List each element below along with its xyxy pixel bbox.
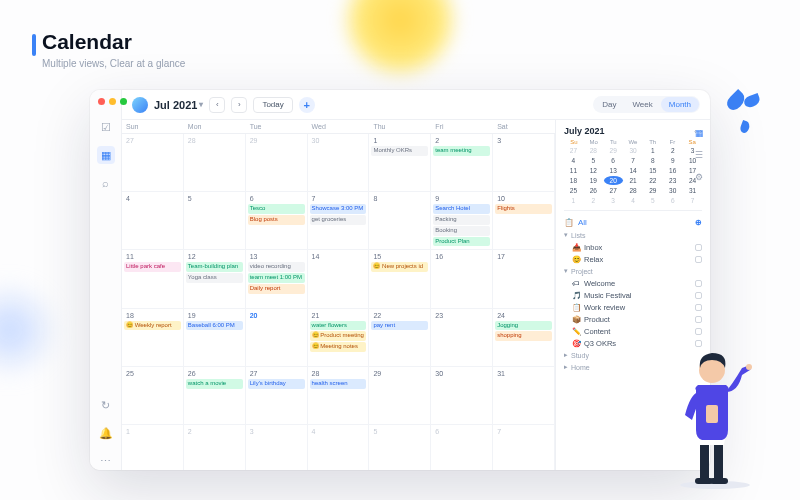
day-cell[interactable]: 26watch a movie (184, 367, 246, 425)
mini-day[interactable]: 6 (663, 196, 682, 205)
minimize-window-icon[interactable] (109, 98, 116, 105)
event[interactable]: 😊 New projects id (371, 262, 428, 272)
mini-day[interactable]: 11 (564, 166, 583, 175)
day-cell[interactable]: 9Search HotelPackingBookingProduct Plan (431, 192, 493, 250)
mini-day[interactable]: 9 (663, 156, 682, 165)
day-cell[interactable]: 14 (308, 250, 370, 308)
mini-day[interactable]: 14 (624, 166, 643, 175)
day-cell[interactable]: 5 (184, 192, 246, 250)
nav-more-icon[interactable]: ⋯ (97, 452, 115, 470)
event[interactable]: Monthly OKRs (371, 146, 428, 156)
mini-day[interactable]: 13 (604, 166, 623, 175)
mini-day[interactable]: 7 (683, 196, 702, 205)
day-cell[interactable]: 3 (493, 134, 555, 192)
view-day[interactable]: Day (594, 97, 624, 112)
mini-day[interactable]: 21 (624, 176, 643, 185)
mini-day[interactable]: 28 (624, 186, 643, 195)
event[interactable]: get groceries (310, 215, 367, 225)
list-item-checkbox[interactable] (695, 280, 702, 287)
day-cell[interactable]: 28health screen (308, 367, 370, 425)
close-window-icon[interactable] (98, 98, 105, 105)
day-cell[interactable]: 2 (184, 425, 246, 470)
event[interactable]: Flights (495, 204, 552, 214)
mini-day[interactable]: 28 (584, 146, 603, 155)
day-cell[interactable]: 31 (493, 367, 555, 425)
mini-day[interactable]: 7 (624, 156, 643, 165)
nav-sync-icon[interactable]: ↻ (97, 396, 115, 414)
prev-month-button[interactable]: ‹ (209, 97, 225, 113)
day-cell[interactable]: 20 (246, 309, 308, 367)
day-cell[interactable]: 17 (493, 250, 555, 308)
day-cell[interactable]: 13video recordingteam meet 1:00 PMDaily … (246, 250, 308, 308)
mini-day[interactable]: 1 (564, 196, 583, 205)
day-cell[interactable]: 22pay rent (369, 309, 431, 367)
mini-calendar[interactable]: 2728293012345678910111213141516171819202… (564, 146, 702, 205)
event[interactable]: shopping (495, 331, 552, 341)
event[interactable]: Booking (433, 226, 490, 236)
nav-notifications-icon[interactable]: 🔔 (97, 424, 115, 442)
add-list-button[interactable]: ⊕ (695, 218, 702, 227)
event[interactable]: Little park cafe (124, 262, 181, 272)
mini-day[interactable]: 29 (643, 186, 662, 195)
mini-day[interactable]: 22 (643, 176, 662, 185)
list-item-checkbox[interactable] (695, 244, 702, 251)
mini-day[interactable]: 8 (643, 156, 662, 165)
mini-day[interactable]: 25 (564, 186, 583, 195)
mini-day[interactable]: 1 (643, 146, 662, 155)
mini-day[interactable]: 20 (604, 176, 623, 185)
maximize-window-icon[interactable] (120, 98, 127, 105)
list-item[interactable]: 😊Relax (564, 253, 702, 265)
event[interactable]: watch a movie (186, 379, 243, 389)
event[interactable]: water flowers (310, 321, 367, 331)
list-item-checkbox[interactable] (695, 292, 702, 299)
tab-arrange-icon[interactable]: ☰ (692, 148, 706, 162)
day-cell[interactable]: 28 (184, 134, 246, 192)
view-week[interactable]: Week (624, 97, 660, 112)
mini-day[interactable]: 2 (584, 196, 603, 205)
day-cell[interactable]: 4 (308, 425, 370, 470)
mini-day[interactable]: 4 (564, 156, 583, 165)
mini-day[interactable]: 3 (604, 196, 623, 205)
list-item[interactable]: 📥Inbox (564, 241, 702, 253)
list-item-checkbox[interactable] (695, 256, 702, 263)
event[interactable]: Packing (433, 215, 490, 225)
mini-day[interactable]: 12 (584, 166, 603, 175)
nav-search-icon[interactable]: ⌕ (97, 174, 115, 192)
event[interactable]: Blog posts (248, 215, 305, 225)
event[interactable]: Yoga class (186, 273, 243, 283)
day-cell[interactable]: 18😊 Weekly report (122, 309, 184, 367)
event[interactable]: Search Hotel (433, 204, 490, 214)
mini-day[interactable]: 27 (564, 146, 583, 155)
list-item[interactable]: 📋Work review (564, 301, 702, 313)
mini-day[interactable]: 5 (643, 196, 662, 205)
day-cell[interactable]: 1Monthly OKRs (369, 134, 431, 192)
mini-day[interactable]: 5 (584, 156, 603, 165)
event[interactable]: Tesco (248, 204, 305, 214)
day-cell[interactable]: 3 (246, 425, 308, 470)
filter-all[interactable]: 📋All⊕ (564, 216, 702, 229)
day-cell[interactable]: 8 (369, 192, 431, 250)
mini-day[interactable]: 27 (604, 186, 623, 195)
avatar[interactable] (132, 97, 148, 113)
day-cell[interactable]: 12Team-building planYoga class (184, 250, 246, 308)
day-cell[interactable]: 11Little park cafe (122, 250, 184, 308)
mini-day[interactable]: 26 (584, 186, 603, 195)
mini-day[interactable]: 23 (663, 176, 682, 185)
day-cell[interactable]: 21water flowers😊 Product meeting😊 Meetin… (308, 309, 370, 367)
mini-day[interactable]: 18 (564, 176, 583, 185)
event[interactable]: Baseball 6:00 PM (186, 321, 243, 331)
view-month[interactable]: Month (661, 97, 699, 112)
next-month-button[interactable]: › (231, 97, 247, 113)
day-cell[interactable]: 6 (431, 425, 493, 470)
mini-day[interactable]: 4 (624, 196, 643, 205)
nav-calendar-icon[interactable]: ▦ (97, 146, 115, 164)
section-header[interactable]: ▾Lists (564, 229, 702, 241)
event[interactable]: Product Plan (433, 237, 490, 247)
day-cell[interactable]: 16 (431, 250, 493, 308)
list-item[interactable]: 🏷Welcome (564, 277, 702, 289)
mini-day[interactable]: 19 (584, 176, 603, 185)
mini-day[interactable]: 6 (604, 156, 623, 165)
mini-day[interactable]: 29 (604, 146, 623, 155)
day-cell[interactable]: 6TescoBlog posts (246, 192, 308, 250)
day-cell[interactable]: 27 (122, 134, 184, 192)
